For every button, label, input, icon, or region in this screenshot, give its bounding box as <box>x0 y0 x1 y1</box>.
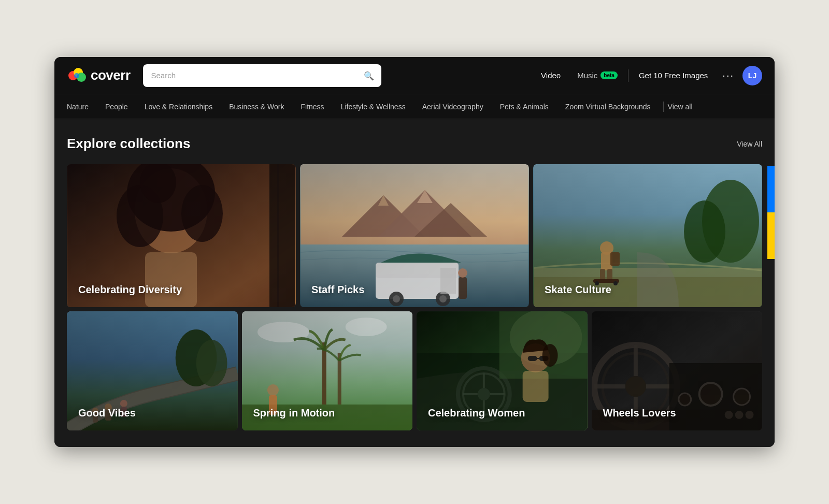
collection-card-wheels-lovers[interactable]: Wheels Lovers <box>592 311 763 430</box>
collection-card-good-vibes[interactable]: Good Vibes <box>67 311 238 430</box>
get-free-images-button[interactable]: Get 10 Free Images <box>633 67 714 84</box>
card-label-staff-picks: Staff Picks <box>311 283 364 296</box>
subnav-divider <box>663 102 664 112</box>
header: coverr 🔍 Video Music beta Get 10 Free Im… <box>54 57 775 94</box>
search-bar: 🔍 <box>143 64 381 87</box>
collection-card-skate-culture[interactable]: Skate Culture <box>533 164 762 307</box>
card-label-wheels-lovers: Wheels Lovers <box>603 407 676 419</box>
subnav-item-love[interactable]: Love & Relationships <box>136 94 221 119</box>
app-window: coverr 🔍 Video Music beta Get 10 Free Im… <box>54 57 775 447</box>
subnav-item-pets[interactable]: Pets & Animals <box>492 94 557 119</box>
card-label-skate-culture: Skate Culture <box>545 283 611 296</box>
card-label-good-vibes: Good Vibes <box>78 407 136 419</box>
collections-view-all[interactable]: View All <box>737 140 762 148</box>
collection-card-celebrating-women[interactable]: Celebrating Women <box>417 311 588 430</box>
collections-grid-bottom: Good Vibes <box>67 311 762 430</box>
collection-card-staff-picks[interactable]: Staff Picks <box>300 164 529 307</box>
more-menu-button[interactable]: ··· <box>718 65 738 85</box>
subnav-item-people[interactable]: People <box>97 94 136 119</box>
collection-card-celebrating-diversity[interactable]: Celebrating Diversity <box>67 164 296 307</box>
main-content: Explore collections View All <box>54 119 775 447</box>
card-label-celebrating-women: Celebrating Women <box>428 407 525 419</box>
accent-blue-bar <box>767 166 775 212</box>
card-label-spring-motion: Spring in Motion <box>253 407 335 419</box>
logo-icon <box>67 66 87 85</box>
music-nav-link[interactable]: Music beta <box>571 67 624 84</box>
subnav-view-all[interactable]: View all <box>668 103 693 111</box>
svg-point-3 <box>74 73 79 78</box>
subnav-item-aerial[interactable]: Aerial Videography <box>414 94 492 119</box>
subnav-item-nature[interactable]: Nature <box>67 94 97 119</box>
avatar[interactable]: LJ <box>742 66 762 85</box>
video-nav-link[interactable]: Video <box>535 67 567 84</box>
subnav-item-fitness[interactable]: Fitness <box>293 94 333 119</box>
logo-text: coverr <box>91 67 131 83</box>
card-label-celebrating-diversity: Celebrating Diversity <box>78 283 182 296</box>
subnav-item-lifestyle[interactable]: Lifestyle & Wellness <box>333 94 414 119</box>
search-input[interactable] <box>143 64 381 87</box>
subnav: Nature People Love & Relationships Busin… <box>54 94 775 119</box>
collection-card-spring-motion[interactable]: Spring in Motion <box>242 311 413 430</box>
logo[interactable]: coverr <box>67 66 131 85</box>
section-header: Explore collections View All <box>67 136 762 152</box>
accent-yellow-bar <box>767 212 775 259</box>
section-title: Explore collections <box>67 136 190 152</box>
header-right: Video Music beta Get 10 Free Images ··· … <box>535 65 762 85</box>
beta-badge: beta <box>601 71 618 79</box>
nav-divider <box>628 69 628 82</box>
side-accent <box>767 166 775 259</box>
subnav-item-business[interactable]: Business & Work <box>221 94 292 119</box>
subnav-item-zoom[interactable]: Zoom Virtual Backgrounds <box>557 94 659 119</box>
collections-grid-top: Celebrating Diversity <box>67 164 762 307</box>
